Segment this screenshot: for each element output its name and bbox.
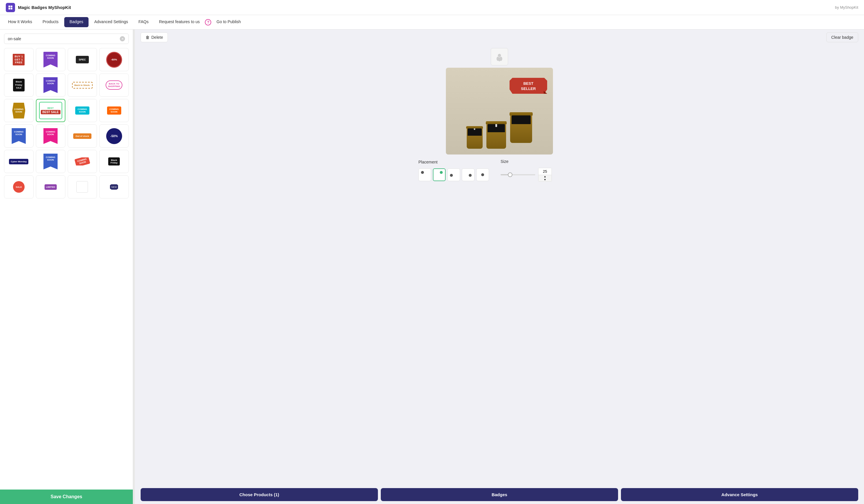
size-label: Size bbox=[501, 159, 552, 164]
pot-center bbox=[486, 121, 507, 149]
placement-center[interactable] bbox=[476, 168, 489, 181]
placement-control: Placement bbox=[418, 160, 489, 181]
badge-buy-1-get-1: BUY 1GET 1FREE bbox=[13, 54, 25, 65]
badge-coming-red-diag: COMINGSOON bbox=[74, 157, 90, 166]
controls-area: Placement bbox=[412, 155, 586, 191]
svg-point-7 bbox=[500, 57, 502, 61]
badge-item[interactable]: Out of stock bbox=[68, 124, 97, 147]
main-layout: ✕ BUY 1GET 1FREE COMINGSOON SPEC -60% bbox=[0, 29, 864, 504]
pot-right bbox=[509, 112, 533, 143]
thumbnail-icon bbox=[494, 51, 505, 62]
badge-item[interactable]: COMINGSOON bbox=[36, 73, 65, 97]
top-bar: Magic Badges MyShopKit by MyShopKit bbox=[0, 0, 864, 15]
placement-bottom-right[interactable] bbox=[462, 168, 475, 181]
badge-black-friday2: BlackFriday bbox=[108, 157, 120, 166]
badge-best-sale: BEST BEST SALE bbox=[39, 102, 62, 119]
product-thumbnail bbox=[491, 48, 508, 65]
nav-badges[interactable]: Badges bbox=[64, 17, 88, 27]
badge-item[interactable]: BACK TOSHOPPING bbox=[99, 73, 129, 97]
search-box: ✕ bbox=[4, 34, 129, 44]
svg-rect-2 bbox=[8, 8, 10, 9]
main-nav: How It Works Products Badges Advanced Se… bbox=[0, 15, 864, 29]
clear-badge-button[interactable]: Clear badge bbox=[826, 33, 858, 42]
badge-item[interactable]: COMINGSOON bbox=[36, 150, 65, 173]
badge-item[interactable]: COMINGSOON bbox=[99, 99, 129, 122]
badge-row6-3 bbox=[76, 181, 88, 193]
badge-cyber-monday: Cyber Monday bbox=[9, 159, 28, 164]
svg-rect-0 bbox=[8, 5, 10, 7]
help-icon[interactable]: ? bbox=[205, 19, 211, 25]
badge-coming-teal: COMINGSOON bbox=[75, 107, 89, 115]
badge-coming-pink: COMINGSOON bbox=[44, 128, 58, 144]
size-control: Size ▲ ▼ bbox=[501, 159, 552, 182]
badge-item[interactable]: Cyber Monday bbox=[4, 150, 34, 173]
nav-request-features[interactable]: Request features to us bbox=[154, 15, 205, 29]
badge-item[interactable]: SALE bbox=[4, 175, 34, 199]
badge-item[interactable]: COMINGSOON bbox=[36, 48, 65, 71]
badges-tab[interactable]: Badges bbox=[381, 488, 618, 501]
badge-item[interactable]: -50% bbox=[99, 124, 129, 147]
badge-item[interactable]: Back in Stock. bbox=[68, 73, 97, 97]
svg-marker-8 bbox=[509, 78, 547, 94]
badge-coming-soon-gold: COMINGSOON bbox=[12, 103, 25, 119]
size-input-area: ▲ ▼ bbox=[501, 168, 552, 182]
badge-item[interactable]: COMINGSOON bbox=[68, 150, 97, 173]
delete-button[interactable]: 🗑 Delete bbox=[141, 33, 168, 42]
search-input[interactable] bbox=[8, 36, 120, 41]
advance-settings-tab[interactable]: Advance Settings bbox=[621, 488, 858, 501]
delete-icon: 🗑 bbox=[146, 35, 149, 40]
nav-advanced-settings[interactable]: Advanced Settings bbox=[89, 15, 133, 29]
badge-item[interactable] bbox=[68, 175, 97, 199]
size-input-wrap: ▲ ▼ bbox=[538, 168, 552, 182]
size-decrement[interactable]: ▼ bbox=[539, 178, 552, 181]
badge-coming-soon-purple2: COMINGSOON bbox=[44, 77, 58, 93]
logo-icon bbox=[8, 5, 13, 10]
badge-item[interactable]: COMINGSOON bbox=[4, 99, 34, 122]
badge-coming-soon-purple: COMINGSOON bbox=[44, 52, 58, 68]
preview-area: BEST SELLER Placement bbox=[135, 45, 864, 485]
size-value-input[interactable] bbox=[539, 168, 552, 175]
badge-coming-blue2: COMINGSOON bbox=[44, 154, 58, 170]
placement-label: Placement bbox=[418, 160, 489, 164]
svg-text:SELLER: SELLER bbox=[521, 86, 536, 91]
placement-top-right[interactable] bbox=[433, 168, 446, 181]
badge-item[interactable]: COMINGSOON bbox=[36, 124, 65, 147]
size-increment[interactable]: ▲ bbox=[539, 175, 552, 178]
clear-search-icon[interactable]: ✕ bbox=[120, 36, 125, 41]
badge-item[interactable]: COMINGSOON bbox=[4, 124, 34, 147]
nav-faqs[interactable]: FAQs bbox=[133, 15, 154, 29]
sidebar: ✕ BUY 1GET 1FREE COMINGSOON SPEC -60% bbox=[0, 29, 133, 504]
badge-item-selected[interactable]: BEST BEST SALE bbox=[36, 99, 65, 122]
badge-item[interactable]: BUY 1GET 1FREE bbox=[4, 48, 34, 71]
badge-back-to-shopping: BACK TOSHOPPING bbox=[106, 81, 122, 90]
badge-grid: BUY 1GET 1FREE COMINGSOON SPEC -60% Blac… bbox=[4, 48, 129, 199]
save-changes-button[interactable]: Save Changes bbox=[0, 490, 133, 504]
placement-buttons bbox=[418, 168, 489, 181]
badge-50-off: -50% bbox=[106, 128, 122, 144]
nav-products[interactable]: Products bbox=[37, 15, 64, 29]
pot-left bbox=[466, 126, 483, 149]
placement-bottom-left[interactable] bbox=[447, 168, 460, 181]
badge-item[interactable]: COMINGSOON bbox=[68, 99, 97, 122]
badge-coming-orange: COMINGSOON bbox=[107, 107, 121, 115]
best-seller-badge: BEST SELLER bbox=[509, 78, 547, 95]
badge-item[interactable]: NEW bbox=[99, 175, 129, 199]
chose-products-tab[interactable]: Chose Products (1) bbox=[141, 488, 378, 501]
placement-top-left[interactable] bbox=[418, 168, 431, 181]
badge-item[interactable]: BlackFriday bbox=[99, 150, 129, 173]
pots-illustration: BEST SELLER bbox=[446, 68, 553, 155]
svg-rect-3 bbox=[11, 8, 12, 9]
app-title: Magic Badges MyShopKit bbox=[18, 5, 71, 10]
nav-go-to-publish[interactable]: Go to Publish bbox=[211, 15, 246, 29]
brand-label: by MyShopKit bbox=[835, 5, 858, 10]
badge-item[interactable]: -60% bbox=[99, 48, 129, 71]
badge-out-of-stock: Out of stock bbox=[73, 133, 92, 139]
badge-black-friday: BlackFridaySALE bbox=[13, 79, 25, 91]
nav-how-it-works[interactable]: How It Works bbox=[3, 15, 37, 29]
badge-item[interactable]: SPEC bbox=[68, 48, 97, 71]
size-slider[interactable] bbox=[501, 174, 535, 175]
badge-item[interactable]: BlackFridaySALE bbox=[4, 73, 34, 97]
badge-item[interactable]: LIMITED bbox=[36, 175, 65, 199]
product-image: BEST SELLER bbox=[446, 68, 553, 155]
badge-row6-1: SALE bbox=[13, 181, 25, 193]
